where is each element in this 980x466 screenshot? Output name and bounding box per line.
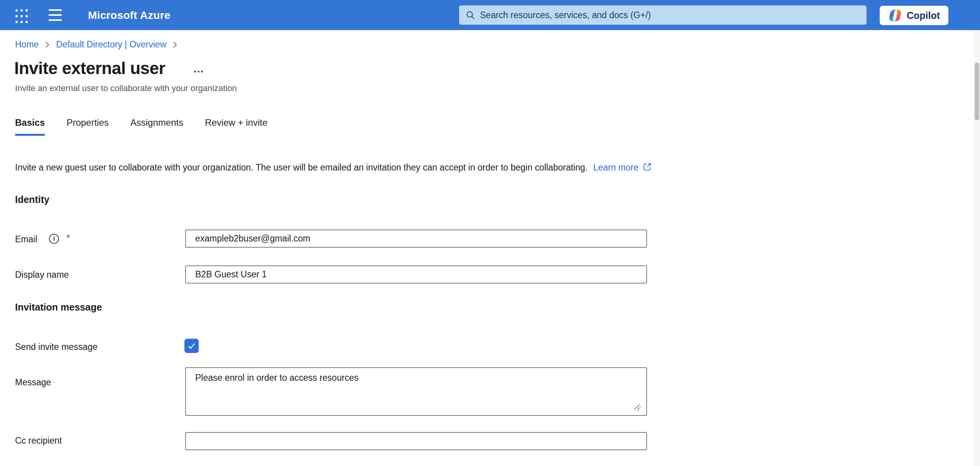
invitation-section-header: Invitation message: [15, 302, 102, 313]
tab-bar: Basics Properties Assignments Review + i…: [15, 117, 267, 136]
brand-title: Microsoft Azure: [88, 9, 171, 22]
learn-more-link[interactable]: Learn more: [593, 162, 639, 172]
search-icon: [465, 10, 475, 20]
send-invite-label: Send invite message: [15, 342, 98, 352]
copilot-icon: [888, 8, 902, 22]
identity-section-header: Identity: [15, 194, 49, 205]
copilot-label: Copilot: [907, 10, 940, 21]
page-title: Invite external user: [14, 59, 165, 78]
tab-review-invite[interactable]: Review + invite: [205, 117, 267, 136]
email-field[interactable]: [185, 230, 647, 248]
tab-basics[interactable]: Basics: [15, 117, 45, 136]
top-bar: Microsoft Azure Copi: [0, 0, 980, 30]
cc-recipient-field[interactable]: [185, 432, 647, 450]
send-invite-checkbox[interactable]: [184, 339, 199, 353]
display-name-field[interactable]: [185, 265, 647, 284]
copilot-button[interactable]: Copilot: [880, 6, 948, 25]
global-search[interactable]: [459, 5, 867, 25]
more-options-icon[interactable]: [194, 71, 196, 73]
breadcrumb-directory[interactable]: Default Directory | Overview: [56, 39, 166, 50]
page-subtitle: Invite an external user to collaborate w…: [15, 83, 237, 93]
tab-properties[interactable]: Properties: [66, 117, 108, 136]
tab-assignments[interactable]: Assignments: [130, 117, 183, 136]
azure-portal: Microsoft Azure Copi: [0, 0, 980, 466]
menu-icon[interactable]: [49, 9, 62, 21]
app-launcher-icon[interactable]: [11, 8, 32, 24]
message-label: Message: [15, 377, 51, 388]
cc-recipient-label: Cc recipient: [15, 436, 62, 446]
display-name-label: Display name: [15, 270, 69, 280]
info-icon[interactable]: [49, 234, 59, 244]
chevron-right-icon: [172, 41, 177, 49]
scrollbar-thumb[interactable]: [975, 62, 979, 120]
intro-text: Invite a new guest user to collaborate w…: [15, 162, 652, 174]
scrollbar-track[interactable]: [974, 30, 980, 466]
checkmark-icon: [187, 341, 196, 350]
message-field[interactable]: Please enrol in order to access resource…: [185, 367, 647, 416]
email-label: Email: [15, 234, 37, 245]
search-input[interactable]: [480, 10, 860, 20]
intro-description: Invite a new guest user to collaborate w…: [15, 162, 588, 172]
breadcrumb: Home Default Directory | Overview: [15, 39, 177, 50]
breadcrumb-home[interactable]: Home: [15, 39, 39, 50]
chevron-right-icon: [45, 41, 50, 49]
external-link-icon[interactable]: [642, 162, 652, 174]
required-marker: *: [66, 233, 70, 243]
